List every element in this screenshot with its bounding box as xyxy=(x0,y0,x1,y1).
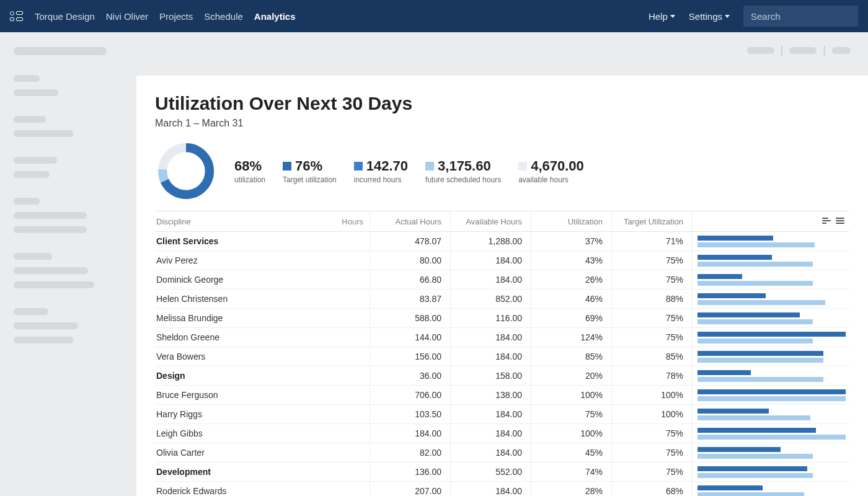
cell-utilization: 124% xyxy=(531,328,611,347)
table-row[interactable]: Client Services478.071,288.0037%71% xyxy=(155,232,849,251)
table-row[interactable]: Aviv Perez80.00184.0043%75% xyxy=(155,251,849,270)
swatch-icon xyxy=(518,162,527,170)
metric-value: 3,175.60 xyxy=(438,158,491,174)
cell-target: 75% xyxy=(611,328,692,347)
cell-available: 184.00 xyxy=(450,405,531,423)
cell-bar xyxy=(692,290,849,308)
table-row[interactable]: Roderick Edwards207.00184.0028%68% xyxy=(155,482,849,496)
cell-target: 75% xyxy=(611,270,692,289)
cell-utilization: 100% xyxy=(531,424,611,443)
settings-label: Settings xyxy=(689,11,722,22)
page-subtitle: March 1 – March 31 xyxy=(155,118,849,129)
settings-menu[interactable]: Settings xyxy=(689,11,730,22)
nav-schedule[interactable]: Schedule xyxy=(204,11,243,22)
table-row[interactable]: Leigh Gibbs184.00184.00100%75% xyxy=(155,424,849,443)
metric-available: 4,670.00 available hours xyxy=(518,158,584,184)
row-name: Design xyxy=(156,371,185,381)
page-title: Utilization Over Next 30 Days xyxy=(155,93,849,114)
cell-target: 100% xyxy=(611,405,692,423)
cell-available: 184.00 xyxy=(450,443,531,462)
metric-value: 4,670.00 xyxy=(531,158,584,174)
col-actual[interactable]: Actual Hours xyxy=(370,211,450,231)
cell-target: 75% xyxy=(611,251,692,270)
nav-torque-design[interactable]: Torque Design xyxy=(35,11,95,22)
row-name: Aviv Perez xyxy=(156,255,198,265)
table-row[interactable]: Sheldon Greene144.00184.00124%75% xyxy=(155,328,849,347)
cell-target: 85% xyxy=(611,347,692,366)
col-hours: Hours xyxy=(342,217,370,226)
view-bars-icon[interactable] xyxy=(822,218,832,225)
row-name: Client Services xyxy=(156,236,218,246)
chevron-down-icon xyxy=(670,15,675,18)
cell-bar xyxy=(692,270,849,289)
cell-bar xyxy=(692,424,849,443)
cell-actual: 83.87 xyxy=(370,290,450,308)
row-name: Helen Christensen xyxy=(156,294,228,304)
cell-available: 138.00 xyxy=(450,386,531,404)
table-row[interactable]: Vera Bowers156.00184.0085%85% xyxy=(155,347,849,366)
cell-utilization: 74% xyxy=(531,463,611,481)
table-row[interactable]: Development136.00552.0074%75% xyxy=(155,463,849,482)
table-row[interactable]: Melissa Brundige588.00116.0069%75% xyxy=(155,309,849,328)
view-list-icon[interactable] xyxy=(836,218,846,225)
cell-bar xyxy=(692,443,849,462)
table-header: Discipline Hours Actual Hours Available … xyxy=(155,211,849,232)
row-name: Harry Riggs xyxy=(156,409,202,419)
cell-available: 116.00 xyxy=(450,309,531,327)
row-name: Bruce Ferguson xyxy=(156,390,218,400)
cell-actual: 103.50 xyxy=(370,405,450,423)
cell-bar xyxy=(692,347,849,366)
cell-actual: 156.00 xyxy=(370,347,450,366)
metric-label: incurred hours xyxy=(354,175,408,184)
cell-actual: 144.00 xyxy=(370,328,450,347)
cell-actual: 207.00 xyxy=(370,482,450,496)
metric-value: 68% xyxy=(234,158,262,174)
nav-analytics[interactable]: Analytics xyxy=(254,11,296,22)
utilization-table: Discipline Hours Actual Hours Available … xyxy=(155,211,849,496)
table-row[interactable]: Helen Christensen83.87852.0046%88% xyxy=(155,290,849,309)
utilization-donut-chart xyxy=(155,140,217,202)
cell-utilization: 26% xyxy=(531,270,611,289)
cell-actual: 80.00 xyxy=(370,251,450,270)
cell-utilization: 46% xyxy=(531,290,611,308)
cell-bar xyxy=(692,328,849,347)
col-available[interactable]: Available Hours xyxy=(450,211,531,231)
col-discipline[interactable]: Discipline xyxy=(156,217,191,226)
table-row[interactable]: Design36.00158.0020%78% xyxy=(155,366,849,386)
row-name: Vera Bowers xyxy=(156,352,205,361)
cell-actual: 588.00 xyxy=(370,309,450,327)
cell-bar xyxy=(692,405,849,423)
app-logo-icon[interactable] xyxy=(10,9,24,23)
search-input[interactable] xyxy=(743,6,858,27)
col-utilization[interactable]: Utilization xyxy=(531,211,611,231)
sidebar xyxy=(0,32,136,496)
cell-bar xyxy=(692,482,849,496)
cell-target: 100% xyxy=(611,386,692,404)
top-navbar: Torque DesignNivi OliverProjectsSchedule… xyxy=(0,0,868,32)
cell-available: 552.00 xyxy=(450,463,531,481)
cell-actual: 184.00 xyxy=(370,424,450,443)
col-target[interactable]: Target Utilization xyxy=(611,211,692,231)
nav-projects[interactable]: Projects xyxy=(159,11,193,22)
metric-incurred: 142.70 incurred hours xyxy=(354,158,408,184)
cell-target: 75% xyxy=(611,309,692,327)
help-label: Help xyxy=(649,11,668,22)
table-row[interactable]: Dominick George66.80184.0026%75% xyxy=(155,270,849,290)
cell-bar xyxy=(692,463,849,481)
cell-available: 184.00 xyxy=(450,251,531,270)
cell-target: 75% xyxy=(611,424,692,443)
nav-nivi-oliver[interactable]: Nivi Oliver xyxy=(106,11,148,22)
table-row[interactable]: Olivia Carter82.00184.0045%75% xyxy=(155,443,849,463)
table-row[interactable]: Harry Riggs103.50184.0075%100% xyxy=(155,405,849,424)
cell-available: 184.00 xyxy=(450,270,531,289)
report-card: Utilization Over Next 30 Days March 1 – … xyxy=(136,76,868,496)
help-menu[interactable]: Help xyxy=(649,11,675,22)
cell-available: 852.00 xyxy=(450,290,531,308)
cell-target: 78% xyxy=(611,366,692,385)
table-row[interactable]: Bruce Ferguson706.00138.00100%100% xyxy=(155,386,849,405)
row-name: Olivia Carter xyxy=(156,448,205,458)
cell-target: 71% xyxy=(611,232,692,250)
table-body: Client Services478.071,288.0037%71%Aviv … xyxy=(155,232,849,496)
row-name: Dominick George xyxy=(156,275,223,285)
cell-available: 184.00 xyxy=(450,328,531,347)
